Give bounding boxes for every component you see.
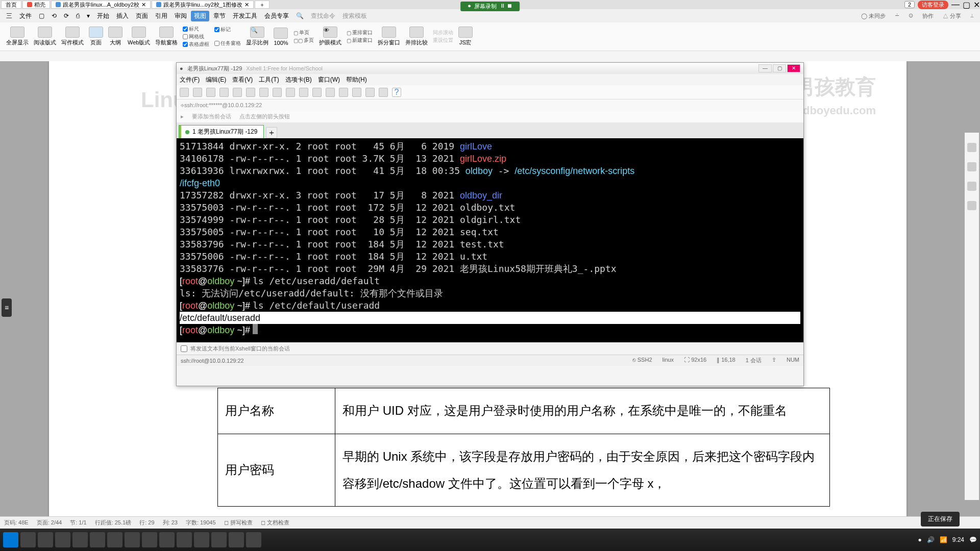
menu-dev[interactable]: 开发工具 <box>230 11 260 21</box>
menu-tpl[interactable]: 搜索模板 <box>339 11 370 21</box>
nav-icon[interactable] <box>159 27 174 38</box>
new-window[interactable]: ▢ 新建窗口 <box>347 37 373 44</box>
tb-icon[interactable] <box>193 88 202 97</box>
term-tab[interactable]: 选项卡(B) <box>285 76 312 84</box>
collab[interactable]: 协作 <box>919 11 937 21</box>
login-badge[interactable]: 访客登录 <box>918 1 948 9</box>
rearrange[interactable]: ▢ 重排窗口 <box>347 29 373 36</box>
app-icon[interactable] <box>246 532 261 547</box>
zoom-icon[interactable]: 🔍 <box>250 27 264 38</box>
edge-icon[interactable] <box>967 201 976 210</box>
term-tools[interactable]: 工具(T) <box>259 76 279 84</box>
read-icon[interactable] <box>38 27 52 38</box>
start-button[interactable] <box>3 532 18 547</box>
side-handle[interactable]: ≡ <box>2 298 12 317</box>
outline-icon[interactable] <box>108 27 122 38</box>
cell-val[interactable]: 和用户 UID 对应，这是用户登录时使用的用户名称，在系统中是唯一的，不能重名 <box>335 388 830 434</box>
cortana-icon[interactable] <box>38 532 53 547</box>
tb-help-icon[interactable]: ? <box>392 88 401 97</box>
js-icon[interactable] <box>458 27 473 38</box>
edge-icon[interactable] <box>967 182 976 191</box>
tray-icon[interactable]: ● <box>918 536 921 543</box>
menu-ham[interactable]: 三 <box>3 11 15 21</box>
zoom100-icon[interactable] <box>274 28 288 39</box>
max-btn[interactable]: ▢ <box>963 0 970 10</box>
fullscreen-icon[interactable] <box>10 27 24 38</box>
tb-icon[interactable] <box>299 88 308 97</box>
app-icon[interactable] <box>107 532 122 547</box>
web-icon[interactable] <box>132 27 146 38</box>
app-icon[interactable] <box>211 532 227 547</box>
term-add-tab[interactable]: ＋ <box>266 127 277 138</box>
menu-page[interactable]: 页面 <box>133 11 151 21</box>
app-icon[interactable] <box>229 532 244 547</box>
menu-review[interactable]: 审阅 <box>172 11 190 21</box>
mark-check[interactable] <box>214 27 219 32</box>
app-icon[interactable] <box>159 532 175 547</box>
term-address[interactable]: ⎆ ssh://root:******@10.0.0.129:22 <box>177 99 803 111</box>
split-icon[interactable] <box>382 27 396 38</box>
tab-doc1[interactable]: 跟老男孩学linux...A_oldboy2校 ✕ <box>51 1 151 9</box>
page-icon[interactable] <box>89 27 103 38</box>
menu-save[interactable]: ▢ <box>36 11 47 20</box>
tb-icon[interactable] <box>180 88 189 97</box>
term-window[interactable]: 窗口(W) <box>318 76 340 84</box>
tb-icon[interactable] <box>379 88 388 97</box>
tray-notif[interactable]: 💬 <box>969 536 977 543</box>
cell-key[interactable]: 用户名称 <box>218 388 335 434</box>
tb-icon[interactable] <box>219 88 229 97</box>
cell-key[interactable]: 用户密码 <box>218 434 335 507</box>
term-titlebar[interactable]: ●老男孩Linux77期 -129Xshell 1:Free for Home/… <box>177 63 803 74</box>
tab-dao[interactable]: 稻壳 <box>22 1 50 9</box>
tb-icon[interactable] <box>339 88 348 97</box>
term-min[interactable]: — <box>758 64 772 72</box>
close-btn[interactable]: ✕ <box>973 0 980 10</box>
tb-icon[interactable] <box>365 88 375 97</box>
app-icon[interactable] <box>142 532 157 547</box>
edge-icon[interactable] <box>967 162 976 171</box>
term-session-tab[interactable]: 1 老男孩Linux77期 -129 <box>179 125 264 138</box>
tb-icon[interactable] <box>233 88 242 97</box>
term-edit[interactable]: 编辑(E) <box>206 76 226 84</box>
search-icon[interactable] <box>20 532 36 547</box>
menu-ref[interactable]: 引用 <box>152 11 170 21</box>
sendbar-check[interactable] <box>181 345 187 352</box>
tb-icon[interactable] <box>206 88 215 97</box>
tb-icon[interactable] <box>273 88 282 97</box>
term-close[interactable]: ✕ <box>787 64 800 72</box>
grid-check[interactable] <box>183 34 188 39</box>
tb-icon[interactable] <box>312 88 322 97</box>
tb-icon[interactable] <box>352 88 361 97</box>
tray-clock[interactable]: 9:24 <box>952 536 964 543</box>
app-icon[interactable] <box>90 532 105 547</box>
tab-new[interactable]: ＋ <box>255 1 270 9</box>
menu-member[interactable]: 会员专享 <box>261 11 292 21</box>
sync-status[interactable]: ◯ 未同步 <box>858 11 889 21</box>
share[interactable]: △ 分享 <box>940 11 964 21</box>
ruler-check[interactable] <box>183 27 188 32</box>
menu-drop[interactable]: ▾ <box>84 11 93 20</box>
terminal-output[interactable]: 51713844 drwxr-xr-x. 2 root root 45 6月 6… <box>177 138 803 342</box>
term-view[interactable]: 查看(V) <box>232 76 253 84</box>
tb-icon[interactable] <box>259 88 268 97</box>
tb-icon[interactable] <box>246 88 255 97</box>
menu-chapter[interactable]: 章节 <box>210 11 229 21</box>
single-page[interactable]: ▢ 单页 <box>293 29 314 36</box>
notif-count[interactable]: 2 <box>904 1 915 8</box>
taskview-icon[interactable] <box>55 532 70 547</box>
cloud-icon[interactable]: ∸ <box>892 11 902 21</box>
menu-undo[interactable]: ⟲ <box>48 11 60 20</box>
app-icon[interactable] <box>177 532 192 547</box>
tab-doc2[interactable]: 跟老男孩学linu...oy2校_1图修改 ✕ <box>152 1 254 9</box>
tb-icon[interactable] <box>326 88 335 97</box>
menu-file[interactable]: 文件 <box>16 11 35 21</box>
eye-icon[interactable]: 👁 <box>323 27 337 38</box>
term-file[interactable]: 文件(F) <box>180 76 200 84</box>
more-icon[interactable]: ⟂ <box>967 11 977 21</box>
write-icon[interactable] <box>65 27 80 38</box>
multi-page[interactable]: ▢▢ 多页 <box>293 37 314 44</box>
menu-start[interactable]: 开始 <box>94 11 112 21</box>
tray-icon[interactable]: 📶 <box>940 536 947 543</box>
cell-val[interactable]: 早期的 Unix 系统中，该字段是存放用户密码的，由于安全原因，后来把这个密码字… <box>335 434 830 507</box>
term-help[interactable]: 帮助(H) <box>346 76 367 84</box>
